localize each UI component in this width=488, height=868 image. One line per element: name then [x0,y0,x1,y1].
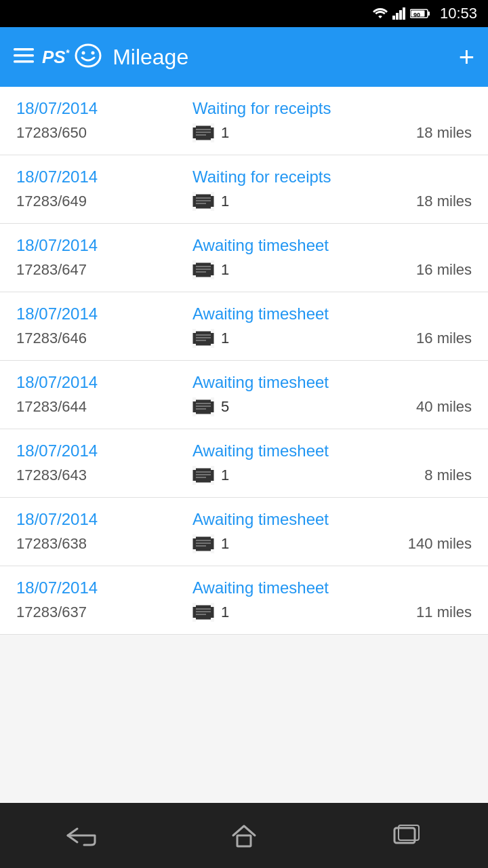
battery-icon: 90 [410,8,430,19]
svg-rect-76 [192,618,196,622]
item-status-5: Awaiting timesheet [192,441,329,460]
item-ref-3: 17283/646 [16,330,192,347]
item-status-1: Waiting for receipts [192,167,331,186]
list-item[interactable]: 18/07/2014 Awaiting timesheet 17283/637 … [0,566,488,635]
item-miles-2: 16 miles [416,261,472,279]
svg-rect-26 [192,192,196,196]
svg-rect-67 [211,534,214,538]
list-item[interactable]: 18/07/2014 Awaiting timesheet 17283/644 … [0,361,488,429]
item-details-4: 5 40 miles [192,397,472,416]
svg-rect-66 [192,534,196,538]
svg-rect-37 [211,275,214,279]
svg-rect-36 [192,275,196,279]
svg-rect-60 [192,481,196,485]
add-button[interactable]: + [459,43,474,71]
mileage-list: 18/07/2014 Waiting for receipts 17283/65… [0,87,488,635]
svg-rect-74 [192,603,196,607]
item-count-6: 1 [221,535,229,553]
item-ref-0: 17283/650 [16,124,192,142]
item-date-2: 18/07/2014 [16,236,192,255]
svg-rect-14 [193,126,214,140]
svg-rect-3 [403,7,405,20]
svg-rect-58 [192,466,196,470]
item-details-0: 1 18 miles [192,123,472,142]
home-button[interactable] [217,815,271,856]
svg-rect-43 [211,329,214,333]
receipt-icon-2 [192,260,214,279]
list-item[interactable]: 18/07/2014 Awaiting timesheet 17283/643 … [0,429,488,498]
svg-rect-45 [211,344,214,348]
item-details-2: 1 16 miles [192,260,472,279]
svg-rect-8 [14,48,34,51]
svg-rect-75 [211,603,214,607]
item-date-3: 18/07/2014 [16,304,192,323]
status-icons: 90 10:53 [372,5,477,22]
receipt-icon-3 [192,329,214,348]
item-count-5: 1 [221,467,229,484]
svg-rect-20 [192,138,196,142]
svg-rect-52 [192,412,196,416]
svg-rect-5 [428,12,430,16]
status-bar: 90 10:53 [0,0,488,27]
svg-rect-61 [211,481,214,485]
item-miles-7: 11 miles [416,604,472,621]
item-count-3: 1 [221,330,229,347]
item-count-2: 1 [221,261,229,279]
item-count-1: 1 [221,193,229,210]
app-bar: PS* Mileage + [0,27,488,87]
item-miles-6: 140 miles [408,535,472,553]
svg-rect-29 [211,207,214,211]
app-logo: PS* [42,43,103,72]
svg-rect-42 [192,329,196,333]
receipt-icon-5 [192,466,214,485]
list-item[interactable]: 18/07/2014 Awaiting timesheet 17283/646 … [0,292,488,361]
svg-rect-1 [396,13,399,20]
svg-rect-70 [193,606,214,619]
svg-rect-54 [193,469,214,482]
svg-rect-27 [211,192,214,196]
item-miles-0: 18 miles [416,124,472,142]
item-count-4: 5 [221,398,229,416]
svg-rect-28 [192,207,196,211]
svg-rect-0 [392,16,395,20]
list-item[interactable]: 18/07/2014 Awaiting timesheet 17283/638 … [0,498,488,566]
svg-rect-69 [211,549,214,553]
item-status-4: Awaiting timesheet [192,373,329,392]
svg-rect-9 [14,54,34,57]
item-ref-6: 17283/638 [16,535,192,553]
svg-text:90: 90 [413,12,420,18]
svg-rect-35 [211,260,214,264]
svg-rect-19 [211,123,214,127]
svg-rect-34 [192,260,196,264]
list-item[interactable]: 18/07/2014 Waiting for receipts 17283/64… [0,155,488,224]
svg-rect-46 [193,400,214,414]
menu-button[interactable] [14,46,34,68]
item-count-0: 1 [221,124,229,142]
item-count-7: 1 [221,604,229,621]
item-date-5: 18/07/2014 [16,441,192,460]
svg-rect-38 [193,332,214,345]
item-details-6: 1 140 miles [192,534,472,553]
svg-point-13 [92,51,95,54]
receipt-icon-4 [192,397,214,416]
item-date-4: 18/07/2014 [16,373,192,392]
back-button[interactable] [54,815,108,856]
signal-icon [392,7,406,20]
item-status-2: Awaiting timesheet [192,236,329,255]
svg-rect-10 [14,60,34,63]
item-status-7: Awaiting timesheet [192,578,329,597]
item-date-7: 18/07/2014 [16,578,192,597]
bottom-nav [0,803,488,868]
recent-button[interactable] [380,815,434,856]
svg-point-11 [76,45,100,66]
svg-rect-21 [211,138,214,142]
svg-rect-50 [192,397,196,401]
item-ref-5: 17283/643 [16,467,192,484]
svg-rect-53 [211,412,214,416]
list-item[interactable]: 18/07/2014 Waiting for receipts 17283/65… [0,87,488,155]
item-status-6: Awaiting timesheet [192,510,329,529]
svg-rect-18 [192,123,196,127]
receipt-icon-6 [192,534,214,553]
svg-rect-30 [193,263,214,277]
list-item[interactable]: 18/07/2014 Awaiting timesheet 17283/647 … [0,224,488,292]
